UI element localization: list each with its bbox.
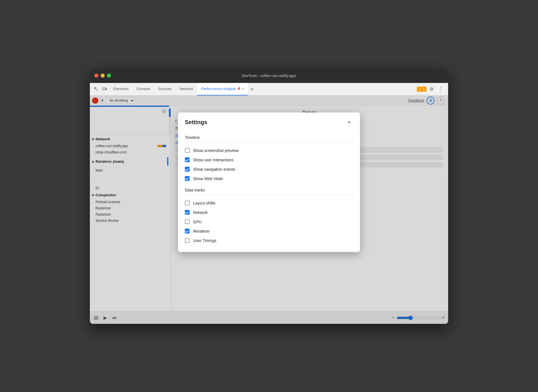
close-button[interactable] — [94, 74, 98, 78]
checkbox-show-user-interactions-label: Show user interactions — [193, 158, 233, 162]
tab-close-button[interactable]: × — [242, 87, 244, 91]
devtools-body: Elements Console Sources Network Perform… — [90, 83, 448, 324]
settings-button[interactable]: ⚙ — [428, 85, 436, 93]
settings-modal: Settings × Timeline Show screenshot prev… — [178, 112, 360, 252]
traffic-lights — [94, 74, 111, 78]
checkbox-user-timings-input[interactable] — [185, 238, 190, 243]
tab-console[interactable]: Console — [133, 83, 154, 95]
checkbox-renderer-label: Renderer — [193, 229, 210, 233]
svg-rect-0 — [94, 87, 96, 89]
checkbox-show-web-vitals-label: Show Web Vitals — [193, 176, 223, 181]
checkbox-show-web-vitals-input[interactable] — [185, 176, 190, 181]
timeline-divider — [185, 142, 353, 142]
device-toolbar-button[interactable] — [101, 85, 109, 93]
modal-title: Settings — [185, 119, 207, 126]
data-tracks-divider — [185, 195, 353, 195]
checkbox-show-screenshot-label: Show screenshot preview — [193, 148, 239, 153]
minimize-button[interactable] — [101, 74, 105, 78]
checkbox-layout-shifts-label: Layout shifts — [193, 201, 216, 205]
tab-performance-insights[interactable]: Performance insights 📌 × — [197, 83, 248, 95]
checkbox-show-screenshot-input[interactable] — [185, 148, 190, 153]
tab-sources[interactable]: Sources — [154, 83, 176, 95]
tab-elements[interactable]: Elements — [109, 83, 133, 95]
devtools-window: DevTools - coffee-cart.netlify.app/ Elem… — [90, 68, 448, 324]
checkbox-renderer-input[interactable] — [185, 229, 190, 233]
issues-badge[interactable]: ⚠ 1 — [417, 87, 427, 92]
checkbox-show-screenshot[interactable]: Show screenshot preview — [185, 146, 353, 155]
inspect-element-button[interactable] — [92, 85, 100, 93]
modal-close-button[interactable]: × — [345, 118, 353, 126]
checkbox-show-user-interactions-input[interactable] — [185, 157, 190, 162]
toolbar-right: ⚠ 1 ⚙ ⋮ — [417, 85, 446, 93]
checkbox-layout-shifts[interactable]: Layout shifts — [185, 198, 353, 208]
checkbox-show-user-interactions[interactable]: Show user interactions — [185, 155, 353, 164]
tab-bar: Elements Console Sources Network Perform… — [109, 83, 416, 95]
maximize-button[interactable] — [107, 74, 111, 78]
checkbox-show-navigation-events-label: Show navigation events — [193, 167, 235, 172]
checkbox-gpu[interactable]: GPU — [185, 217, 353, 226]
modal-body: Timeline Show screenshot preview Show us… — [178, 135, 360, 252]
checkbox-user-timings[interactable]: User Timings — [185, 236, 353, 245]
checkbox-show-navigation-events[interactable]: Show navigation events — [185, 164, 353, 174]
titlebar: DevTools - coffee-cart.netlify.app/ — [90, 68, 448, 83]
modal-header: Settings × — [178, 112, 360, 131]
svg-rect-2 — [106, 88, 107, 90]
checkbox-network-label: Network — [193, 210, 208, 215]
checkbox-show-web-vitals[interactable]: Show Web Vitals — [185, 174, 353, 183]
checkbox-renderer[interactable]: Renderer — [185, 226, 353, 236]
checkbox-show-navigation-events-input[interactable] — [185, 167, 190, 172]
tab-network[interactable]: Network — [176, 83, 197, 95]
devtools-main: ▼ No throttling ⊕ ▶ — [90, 95, 448, 324]
checkbox-network[interactable]: Network — [185, 208, 353, 217]
warning-icon: ⚠ — [419, 87, 422, 91]
modal-overlay[interactable]: Settings × Timeline Show screenshot prev… — [90, 95, 448, 324]
pin-icon: 📌 — [237, 87, 241, 91]
data-tracks-section-title: Data tracks — [185, 188, 353, 192]
more-tabs-button[interactable]: » — [248, 85, 256, 93]
checkbox-layout-shifts-input[interactable] — [185, 201, 190, 205]
devtools-toolbar: Elements Console Sources Network Perform… — [90, 83, 448, 95]
checkbox-gpu-label: GPU — [193, 220, 202, 224]
checkbox-gpu-input[interactable] — [185, 219, 190, 224]
timeline-section-title: Timeline — [185, 135, 353, 140]
checkbox-network-input[interactable] — [185, 210, 190, 215]
more-options-button[interactable]: ⋮ — [437, 85, 445, 93]
svg-rect-1 — [103, 88, 105, 90]
checkbox-user-timings-label: User Timings — [193, 238, 216, 243]
window-title: DevTools - coffee-cart.netlify.app/ — [242, 74, 296, 78]
